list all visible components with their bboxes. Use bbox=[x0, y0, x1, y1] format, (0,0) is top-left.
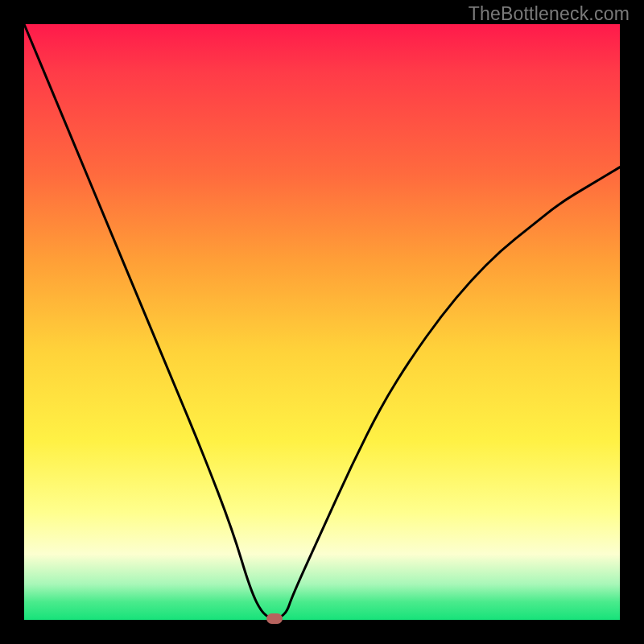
plot-area bbox=[24, 24, 620, 620]
bottleneck-curve-path bbox=[24, 24, 620, 618]
minimum-marker bbox=[266, 613, 283, 624]
chart-frame: TheBottleneck.com bbox=[0, 0, 644, 644]
curve-svg bbox=[24, 24, 620, 620]
watermark-text: TheBottleneck.com bbox=[469, 3, 630, 25]
